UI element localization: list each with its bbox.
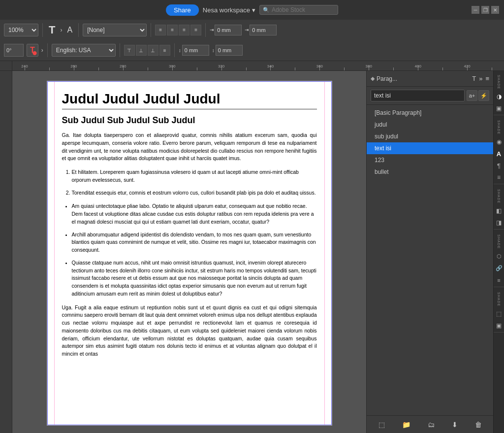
align-top-btn[interactable]: ⊤ [124,45,135,56]
indent-input-2[interactable] [250,25,277,35]
ruler: 240260280300320340360380400420 [0,61,504,71]
style-select[interactable]: [None] [83,24,147,36]
panel-bottom-down-btn[interactable]: ⬇ [450,420,460,430]
restore-button[interactable]: ❐ [481,6,489,14]
text-tool-icon[interactable]: T [47,24,57,36]
list-item: Am quiasi untectotaque pliae labo. Optat… [72,202,317,226]
canvas-area: Judul Judul Judul Judul Sub Judul Sub Ju… [12,71,366,433]
align-center-btn[interactable]: ≡ [167,25,178,35]
panel-bottom-delete-btn[interactable]: 🗑 [473,420,484,430]
angle-display: 0° [4,44,24,57]
main-area: Judul Judul Judul Judul Sub Judul Sub Ju… [0,71,504,433]
window-controls: ─ ❐ ✕ [472,6,499,14]
strip-icon-square[interactable]: ⬚ [495,309,504,318]
search-icon: 🔍 [263,7,270,13]
strip-icon-menu[interactable]: ≡ [495,276,504,285]
panel-more-btn[interactable]: ≡ [485,75,489,82]
panel-expand-btn[interactable]: » [479,75,482,82]
adobe-stock-search[interactable]: 🔍 [259,5,338,15]
align-group-1: ≡ ≡ ≡ ≡ [155,25,201,35]
divider-6 [120,43,120,57]
char-tool-icon[interactable]: A [65,26,74,34]
space-group-2: ↕ [212,45,243,56]
strip-icon-right-half[interactable]: ◨ [495,218,504,227]
strip-section-3: SHADE ◧ ◨ [494,187,504,230]
close-button[interactable]: ✕ [491,6,499,14]
list-item: Quiasse ctatquae num accus, nihit unt ma… [72,259,317,298]
align-vjustify-btn[interactable]: ≡ [159,45,170,56]
style-search-input[interactable] [371,90,465,101]
share-button[interactable]: Share [166,4,199,16]
strip-icon-left-half[interactable]: ◧ [495,206,504,215]
divider-4 [205,23,206,37]
strip-label-1: SHADE [497,75,501,89]
style-item-sub-judul[interactable]: sub judul [367,131,493,142]
indent-group-2: ⇥ [245,25,277,35]
workspace-chevron: ▾ [252,6,255,14]
document-numbered-list: Et hilitatem. Loreperem quam fugiassinus… [72,168,317,197]
align-justify-btn[interactable]: ≡ [190,25,201,35]
space-input-2[interactable] [216,45,243,56]
language-select[interactable]: English: USA [52,44,116,57]
top-bar: Share Nesa workspace ▾ 🔍 ─ ❐ ✕ [0,0,504,20]
panel-bottom-new-btn[interactable]: ⬚ [377,420,387,430]
document-title: Judul Judul Judul Judul [62,91,317,109]
top-bar-center: Share Nesa workspace ▾ 🔍 [166,4,338,16]
panel-bottom-folder-btn[interactable]: 📁 [400,420,412,430]
search-row: a+ ⚡ [367,87,493,105]
strip-icon-layout[interactable]: ▣ [495,104,504,113]
toolbar-row-1: 100% T › A [None] ≡ ≡ ≡ ≡ ⇥ ⇥ [0,20,504,40]
strip-icon-link[interactable]: 🔗 [495,264,504,273]
strip-section-5: SHADE ⬚ ▣ [494,290,504,333]
space-input-1[interactable] [182,45,209,56]
divider-3 [151,23,151,37]
zoom-select[interactable]: 100% [4,24,38,36]
strip-section-4: SHADE ⬡ 🔗 ≡ [494,233,504,287]
stock-search-input[interactable] [272,6,335,13]
right-panel: ◆ Parag... T » ≡ a+ ⚡ [Basic Parag [366,71,504,433]
style-item-bullet[interactable]: bullet [367,166,493,178]
align-bottom-btn[interactable]: ⊥ [148,45,158,56]
document-page: Judul Judul Judul Judul Sub Judul Sub Ju… [47,81,332,426]
strikethrough-btn[interactable]: T ⬤ [27,44,38,57]
style-list: [Basic Paragraph] judul sub judul text i… [367,105,493,415]
style-item-judul[interactable]: judul [367,119,493,131]
align-vcenter-btn[interactable]: ⊥ [136,45,147,56]
strip-icon-swatches[interactable]: ◑ [495,92,504,101]
indent-input-1[interactable] [215,25,242,35]
align-left-btn[interactable]: ≡ [155,25,166,35]
align-right-btn[interactable]: ≡ [179,25,189,35]
document-subtitle: Sub Judul Sub Judul Sub Judul [62,115,317,126]
strip-icon-panel[interactable]: ▣ [495,321,504,330]
indent-icon-2: ⇥ [245,27,249,33]
style-item-basic[interactable]: [Basic Paragraph] [367,107,493,119]
document-body-2: Uga. Fugit a alia eaque estinum ut repti… [62,304,317,358]
indent-group-1: ⇥ [210,25,242,35]
arrow-right-2: › [41,47,43,54]
style-item-123[interactable]: 123 [367,154,493,166]
space-icon-1: ↕ [179,48,181,53]
toolbar: 100% T › A [None] ≡ ≡ ≡ ≡ ⇥ ⇥ [0,20,504,61]
panel-bottom-group-btn[interactable]: 🗂 [426,420,437,430]
toolbar-row-2: 0° T ⬤ › English: USA ⊤ ⊥ ⊥ ≡ ↕ ↕ [0,40,504,61]
workspace-name: Nesa workspace [203,6,250,14]
document-body-1: Ga. Itae dolupta tiaeperspero con et ali… [62,132,317,163]
strip-icon-circle[interactable]: ◉ [495,137,504,146]
list-item: Torenditat essequis etur, comnis et eost… [72,189,317,197]
panel-t-icon-btn[interactable]: T [472,75,476,82]
workspace-selector[interactable]: Nesa workspace ▾ [203,6,255,14]
strip-icon-hex[interactable]: ⬡ [495,252,504,261]
style-item-text-isi[interactable]: text isi [367,142,493,154]
strip-label-4: SHADE [497,234,501,249]
strip-icon-type[interactable]: A [495,149,504,158]
lightning-btn[interactable]: ⚡ [478,90,489,101]
paragraph-panel: ◆ Parag... T » ≡ a+ ⚡ [Basic Parag [367,71,493,433]
minimize-button[interactable]: ─ [472,6,479,14]
document-bullet-list: Am quiasi untectotaque pliae labo. Optat… [72,202,317,298]
indent-icon-1: ⇥ [210,27,214,33]
panel-header: ◆ Parag... T » ≡ [367,71,493,87]
add-style-btn[interactable]: a+ [467,90,477,101]
strip-icon-para[interactable]: ¶ [495,161,504,170]
strip-icon-lines[interactable]: ≡ [495,173,504,182]
divider-1 [42,23,43,37]
